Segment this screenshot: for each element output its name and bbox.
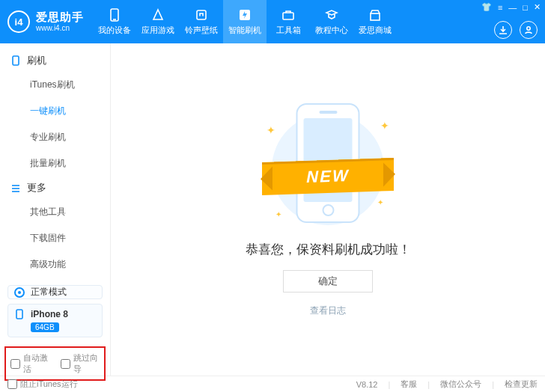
more-icon	[10, 183, 21, 193]
brand: i4 爱思助手 www.i4.cn	[0, 0, 93, 43]
device-phone-icon	[14, 309, 25, 319]
check-update-link[interactable]: 检查更新	[505, 379, 538, 390]
brand-name: 爱思助手	[36, 11, 84, 24]
device-card[interactable]: iPhone 8 64GB	[7, 304, 103, 337]
nav-ringtone[interactable]: 铃声壁纸	[180, 0, 223, 43]
user-icon[interactable]	[520, 21, 538, 39]
new-ribbon: NEW	[262, 158, 394, 195]
auto-activate-checkbox[interactable]: 自动激活	[10, 352, 50, 375]
nav-apps[interactable]: 应用游戏	[136, 0, 180, 43]
top-nav: 我的设备 应用游戏 铃声壁纸 智能刷机 工具箱 教程中心 爱思商城	[93, 0, 545, 43]
svg-rect-2	[197, 10, 206, 19]
close-button[interactable]: ✕	[534, 2, 541, 12]
app-header: i4 爱思助手 www.i4.cn 我的设备 应用游戏 铃声壁纸 智能刷机 工具…	[0, 0, 545, 43]
mode-indicator-icon	[14, 287, 25, 298]
nav-label: 铃声壁纸	[185, 25, 218, 36]
success-message: 恭喜您，保资料刷机成功啦！	[246, 241, 411, 258]
version-label: V8.12	[356, 380, 378, 389]
sparkle-icon: ✦	[380, 120, 389, 132]
device-name: iPhone 8	[31, 309, 68, 319]
nav-tutorial[interactable]: 教程中心	[310, 0, 353, 43]
sidebar-item-advanced[interactable]: 高级功能	[0, 251, 110, 278]
sidebar-item-itunes-flash[interactable]: iTunes刷机	[0, 72, 110, 98]
toolbox-icon	[281, 8, 295, 22]
svg-rect-4	[283, 13, 293, 19]
svg-rect-11	[16, 310, 22, 319]
brand-url: www.i4.cn	[36, 24, 84, 32]
bottom-options-highlight: 自动激活 跳过向导	[4, 346, 106, 381]
sidebar-item-onekey-flash[interactable]: 一键刷机	[0, 98, 110, 124]
sparkle-icon: ✦	[267, 124, 275, 136]
skin-icon[interactable]: 👕	[481, 2, 492, 12]
support-link[interactable]: 客服	[401, 379, 417, 390]
main-panel: ✦ ✦ ✦ ✦ NEW 恭喜您，保资料刷机成功啦！ 确定 查看日志	[111, 43, 545, 376]
sidebar: 刷机 iTunes刷机 一键刷机 专业刷机 批量刷机 更多 其他工具 下载固件 …	[0, 43, 111, 376]
wechat-link[interactable]: 微信公众号	[440, 379, 481, 390]
sidebar-item-batch-flash[interactable]: 批量刷机	[0, 150, 110, 177]
group-title: 更多	[27, 181, 46, 195]
nav-store[interactable]: 爱思商城	[353, 0, 397, 43]
phone-outline-icon	[10, 55, 21, 66]
svg-rect-7	[13, 56, 19, 65]
nav-label: 智能刷机	[228, 25, 261, 36]
svg-point-6	[527, 27, 530, 30]
sidebar-item-download-firmware[interactable]: 下载固件	[0, 225, 110, 251]
capacity-badge: 64GB	[31, 322, 59, 332]
menu-icon[interactable]: ≡	[498, 3, 502, 12]
ok-button[interactable]: 确定	[283, 270, 373, 293]
nav-label: 教程中心	[315, 25, 348, 36]
flash-icon	[238, 8, 252, 22]
nav-label: 我的设备	[98, 25, 131, 36]
download-icon[interactable]	[494, 21, 512, 39]
nav-label: 应用游戏	[141, 25, 174, 36]
checkbox-label: 阻止iTunes运行	[20, 379, 78, 390]
sidebar-group-more: 更多	[0, 177, 110, 199]
store-icon	[368, 8, 382, 22]
checkbox-label: 跳过向导	[73, 352, 100, 375]
apps-icon	[151, 8, 165, 22]
checkbox-label: 自动激活	[23, 352, 50, 375]
svg-rect-5	[371, 13, 380, 20]
device-mode[interactable]: 正常模式	[7, 285, 103, 299]
sidebar-group-flash: 刷机	[0, 49, 110, 72]
sidebar-item-other-tools[interactable]: 其他工具	[0, 199, 110, 225]
tutorial-icon	[325, 8, 338, 22]
sidebar-item-pro-flash[interactable]: 专业刷机	[0, 124, 110, 150]
maximize-button[interactable]: □	[523, 3, 528, 12]
sparkle-icon: ✦	[377, 198, 383, 206]
block-itunes-checkbox[interactable]: 阻止iTunes运行	[7, 379, 78, 390]
nav-my-device[interactable]: 我的设备	[93, 0, 136, 43]
success-illustration: ✦ ✦ ✦ ✦ NEW	[253, 102, 403, 229]
ringtone-icon	[195, 8, 208, 22]
sparkle-icon: ✦	[275, 210, 281, 218]
view-log-link[interactable]: 查看日志	[310, 304, 346, 317]
nav-toolbox[interactable]: 工具箱	[267, 0, 310, 43]
header-right-actions	[494, 21, 538, 39]
window-controls: 👕 ≡ — □ ✕	[481, 2, 541, 12]
group-title: 刷机	[27, 54, 46, 67]
skip-wizard-checkbox[interactable]: 跳过向导	[61, 352, 100, 375]
nav-label: 工具箱	[276, 25, 301, 36]
minimize-button[interactable]: —	[508, 3, 517, 12]
nav-label: 爱思商城	[359, 25, 392, 36]
mode-label: 正常模式	[31, 286, 67, 298]
phone-icon	[108, 8, 121, 22]
nav-smart-flash[interactable]: 智能刷机	[223, 0, 267, 43]
logo-icon: i4	[7, 10, 30, 33]
